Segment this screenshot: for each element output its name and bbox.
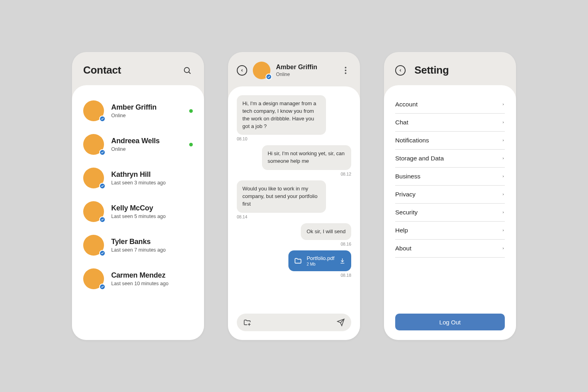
contact-status: Online [111,146,182,152]
more-dot-icon [345,70,346,71]
setting-label: Privacy [395,191,416,198]
setting-label: Account [395,101,418,108]
avatar [83,100,104,121]
contact-item[interactable]: Andreea Wells Online [83,128,193,161]
chevron-left-icon [398,68,402,72]
contact-name: Kelly McCoy [111,204,193,212]
message-row: Hi, I'm a design manager from a tech com… [237,95,351,141]
more-button[interactable] [340,65,351,76]
contact-name: Kathryn Hill [111,170,193,179]
setting-item[interactable]: Business [395,168,505,186]
contact-item[interactable]: Amber Griffin Online [83,93,193,128]
chevron-right-icon [502,120,505,125]
contact-item[interactable]: Carmen Mendez Last seen 10 minutes ago [83,262,193,296]
contact-status: Last seen 5 minutes ago [111,214,193,219]
message-bubble[interactable]: Hi sir, I'm not working yet, sir, can so… [262,145,351,170]
setting-item[interactable]: Help [395,222,505,240]
search-icon [183,66,192,75]
settings-list: Account Chat Notifications Storage and D… [395,93,505,258]
message-time: 08.14 [237,214,247,219]
message-bubble[interactable]: Would you like to work in my company, bu… [237,180,326,213]
message-composer[interactable] [237,314,351,331]
contact-screen: Contact Amber Griffin Online Andreea Wel… [72,52,204,340]
message-time: 08.18 [341,273,351,278]
verified-icon [99,149,106,156]
setting-item[interactable]: Account [395,96,505,114]
chat-peer-status: Online [276,72,334,77]
online-indicator [189,143,193,146]
attachment-row: Portfolio.pdf 2 Mb 08.18 [237,250,351,278]
chat-header-text: Amber Griffin Online [276,64,334,77]
contact-text: Kelly McCoy Last seen 5 minutes ago [111,204,193,219]
chevron-right-icon [502,246,505,251]
attachment-size: 2 Mb [307,262,334,266]
folder-icon [294,257,302,265]
setting-item[interactable]: Storage and Data [395,150,505,168]
chevron-right-icon [502,138,505,143]
verified-icon [99,250,106,256]
attachment-text: Portfolio.pdf 2 Mb [307,255,334,266]
avatar [83,168,104,188]
contact-text: Amber Griffin Online [111,103,182,118]
verified-icon [266,74,272,80]
more-dot-icon [345,67,346,68]
contact-body: Amber Griffin Online Andreea Wells Onlin… [72,85,204,340]
attach-folder-icon[interactable] [243,318,251,326]
send-icon[interactable] [337,318,345,326]
contact-header: Contact [72,52,204,85]
contact-name: Andreea Wells [111,137,182,145]
setting-item[interactable]: About [395,240,505,258]
setting-item[interactable]: Privacy [395,186,505,204]
setting-label: Storage and Data [395,155,444,162]
logout-button[interactable]: Log Out [395,314,505,330]
online-indicator [189,109,193,113]
avatar [83,201,104,222]
verified-icon [99,183,106,189]
setting-item[interactable]: Security [395,204,505,222]
avatar [83,134,104,155]
chevron-right-icon [502,156,505,161]
setting-label: Notifications [395,137,429,144]
back-button[interactable] [395,65,406,76]
setting-item[interactable]: Chat [395,114,505,132]
message-bubble[interactable]: Ok sir, I will send [301,223,351,240]
attachment-bubble[interactable]: Portfolio.pdf 2 Mb [288,250,351,271]
chat-header: Amber Griffin Online [228,52,360,86]
setting-label: Chat [395,119,408,126]
svg-point-0 [184,67,190,72]
message-row: Hi sir, I'm not working yet, sir, can so… [237,145,351,176]
contact-status: Last seen 3 minutes ago [111,180,193,186]
settings-title: Setting [414,64,505,76]
setting-label: Help [395,227,408,234]
attachment-filename: Portfolio.pdf [307,255,334,261]
message-bubble[interactable]: Hi, I'm a design manager from a tech com… [237,95,326,135]
message-row: Would you like to work in my company, bu… [237,180,351,219]
contact-text: Carmen Mendez Last seen 10 minutes ago [111,271,193,286]
avatar [83,235,104,256]
contact-text: Andreea Wells Online [111,137,182,152]
contact-item[interactable]: Kathryn Hill Last seen 3 minutes ago [83,161,193,195]
contact-status: Last seen 10 minutes ago [111,281,193,286]
chevron-right-icon [502,102,505,107]
svg-line-1 [189,72,190,74]
contact-name: Tyler Banks [111,238,193,246]
chat-avatar[interactable] [253,62,270,79]
back-button[interactable] [237,65,247,76]
download-icon[interactable] [339,258,346,264]
setting-item[interactable]: Notifications [395,132,505,150]
chevron-right-icon [502,228,505,233]
contact-title: Contact [83,64,176,76]
chat-peer-name: Amber Griffin [276,64,334,71]
message-time: 08.10 [237,136,247,141]
search-button[interactable] [182,65,193,76]
contact-item[interactable]: Kelly McCoy Last seen 5 minutes ago [83,195,193,228]
contact-item[interactable]: Tyler Banks Last seen 7 minutes ago [83,228,193,262]
contact-name: Amber Griffin [111,103,182,112]
settings-screen: Setting Account Chat Notifications Stora… [384,52,516,340]
chat-screen: Amber Griffin Online Hi, I'm a design ma… [228,52,360,340]
chat-body: Hi, I'm a design manager from a tech com… [228,86,360,340]
chevron-right-icon [502,192,505,197]
chevron-right-icon [502,210,505,215]
setting-label: About [395,245,412,252]
verified-icon [99,216,106,223]
